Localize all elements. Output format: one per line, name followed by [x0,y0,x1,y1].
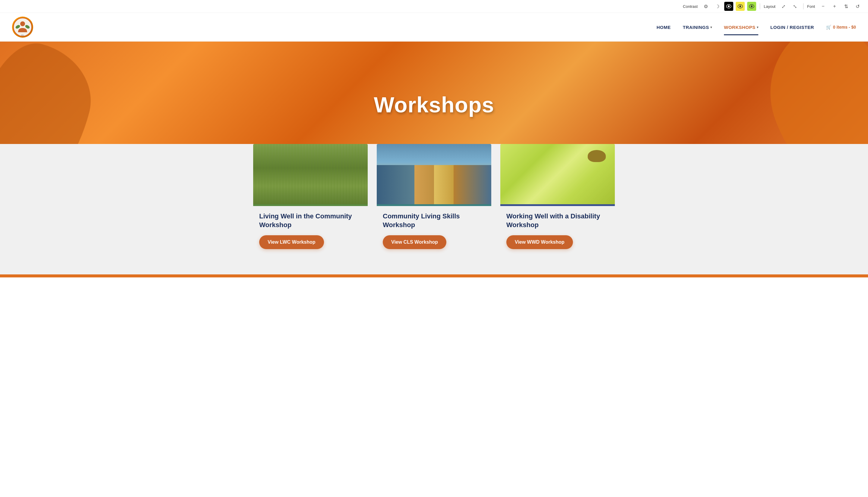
nav-login[interactable]: LOGIN / REGISTER [770,25,814,30]
cart-label: 0 items - $0 [833,25,856,29]
workshops-section: Living Well in the Community Workshop Vi… [0,144,868,274]
card-title-cls: Community Living Skills Workshop [383,212,485,229]
card-image-lwc [253,144,368,204]
svg-point-3 [739,5,741,7]
eye-dark-icon[interactable] [724,2,733,11]
svg-point-1 [728,5,730,7]
workshop-card-lwc: Living Well in the Community Workshop Vi… [253,144,368,256]
pin-icon[interactable]: ⤢ [779,2,788,11]
view-lwc-button[interactable]: View LWC Workshop [259,235,324,249]
cards-grid: Living Well in the Community Workshop Vi… [253,144,615,256]
nav-links: HOME TRAININGS ▾ WORKSHOPS ▾ LOGIN / REG… [657,24,856,31]
card-image-wwd [500,144,615,204]
workshop-card-cls: Community Living Skills Workshop View CL… [377,144,491,256]
svg-point-5 [751,5,753,7]
cart-icon: 🛒 [826,25,831,29]
font-label: Font [807,4,815,9]
font-minus-icon[interactable]: − [818,2,828,11]
toolbar-divider [760,3,760,9]
layout-label: Layout [764,4,775,9]
accessibility-toolbar: Contrast ⚙ ☽ Layout ⤢ ⤡ Font − + ⇅ ↺ [0,0,868,13]
font-plus-icon[interactable]: + [830,2,839,11]
settings-icon[interactable]: ⚙ [701,2,710,11]
card-title-wwd: Working Well with a Disability Workshop [506,212,609,229]
workshop-card-wwd: Working Well with a Disability Workshop … [500,144,615,256]
hero-title: Workshops [374,93,494,117]
nav-trainings[interactable]: TRAININGS ▾ [683,24,712,31]
card-title-lwc: Living Well in the Community Workshop [259,212,362,229]
footer-bar [0,274,868,278]
svg-text:HCL: HCL [21,34,24,36]
card-body-wwd: Working Well with a Disability Workshop … [500,206,615,256]
card-body-cls: Community Living Skills Workshop View CL… [377,206,491,256]
expand-icon[interactable]: ⤡ [790,2,800,11]
view-cls-button[interactable]: View CLS Workshop [383,235,446,249]
workshops-dropdown-arrow: ▾ [757,26,759,29]
site-logo[interactable]: HCL [12,17,33,38]
view-wwd-button[interactable]: View WWD Workshop [506,235,573,249]
contrast-label: Contrast [683,4,698,9]
navbar: HCL HOME TRAININGS ▾ WORKSHOPS ▾ LOGIN /… [0,13,868,42]
eye-green-icon[interactable] [747,2,756,11]
font-options-icon[interactable]: ⇅ [841,2,851,11]
moon-icon[interactable]: ☽ [713,2,722,11]
cart-button[interactable]: 🛒 0 items - $0 [826,25,856,29]
reset-icon[interactable]: ↺ [853,2,862,11]
card-image-cls [377,144,491,204]
nav-workshops[interactable]: WORKSHOPS ▾ [724,24,758,31]
toolbar-divider-2 [803,3,803,9]
card-body-lwc: Living Well in the Community Workshop Vi… [253,206,368,256]
trainings-dropdown-arrow: ▾ [710,26,712,29]
nav-home[interactable]: HOME [657,24,671,31]
eye-yellow-icon[interactable] [736,2,745,11]
svg-point-8 [20,22,25,26]
